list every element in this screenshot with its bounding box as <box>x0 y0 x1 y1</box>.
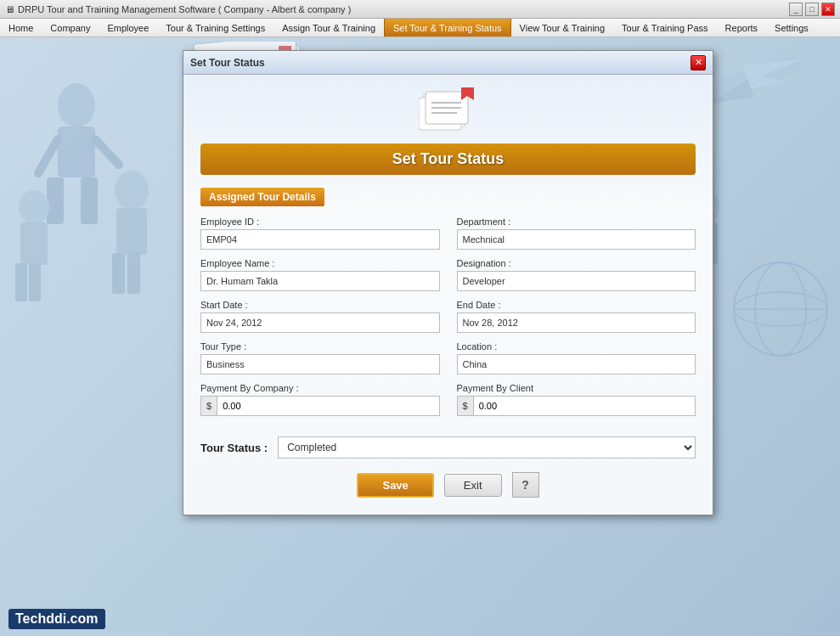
minimize-button[interactable]: _ <box>789 3 803 16</box>
payment-client-input-wrap: $ <box>457 396 696 416</box>
department-label: Department : <box>457 217 696 227</box>
employee-name-group: Employee Name : <box>200 258 440 291</box>
svg-rect-9 <box>29 263 41 301</box>
dialog-banner: Set Tour Status <box>200 144 696 175</box>
svg-rect-13 <box>127 253 140 294</box>
title-bar-left: 🖥 DRPU Tour and Training Management Soft… <box>5 4 351 14</box>
menu-home[interactable]: Home <box>0 19 42 37</box>
menu-settings[interactable]: Settings <box>766 19 817 37</box>
dialog-close-button[interactable]: ✕ <box>691 55 706 70</box>
app-title: DRPU Tour and Training Management Softwa… <box>18 4 351 14</box>
svg-point-0 <box>58 83 95 127</box>
app-icon: 🖥 <box>5 4 14 14</box>
tour-type-label: Tour Type : <box>200 341 440 352</box>
bg-figure-left <box>0 54 178 377</box>
dialog-titlebar: Set Tour Status ✕ <box>183 51 713 75</box>
menu-assign-tour-training[interactable]: Assign Tour & Training <box>273 19 384 37</box>
exit-button[interactable]: Exit <box>444 474 502 497</box>
payment-company-label: Payment By Company : <box>200 383 440 393</box>
tour-type-input[interactable] <box>200 354 440 374</box>
menu-view-tour-training[interactable]: View Tour & Training <box>511 19 613 37</box>
form-grid: Employee ID : Department : Employee Name… <box>200 217 696 425</box>
dialog-icon-area <box>200 87 696 137</box>
svg-line-5 <box>95 139 119 165</box>
menu-bar: Home Company Employee Tour & Training Se… <box>0 19 840 37</box>
menu-tour-training-pass[interactable]: Tour & Training Pass <box>613 19 717 37</box>
payment-client-label: Payment By Client <box>457 383 696 393</box>
section-header: Assigned Tour Details <box>200 188 324 206</box>
designation-input[interactable] <box>457 271 696 291</box>
svg-rect-1 <box>58 127 95 177</box>
svg-rect-11 <box>116 208 147 255</box>
payment-company-input[interactable] <box>217 401 438 411</box>
title-bar-controls: _ □ ✕ <box>789 3 835 16</box>
payment-company-group: Payment By Company : $ <box>200 383 440 416</box>
location-group: Location : <box>457 341 696 374</box>
background-area: Set Tour Status ✕ Set Tour Status <box>0 37 840 636</box>
department-group: Department : <box>457 217 696 250</box>
buttons-row: Save Exit ? <box>200 472 696 498</box>
menu-company[interactable]: Company <box>42 19 99 37</box>
svg-rect-3 <box>81 177 98 224</box>
tour-type-group: Tour Type : <box>200 341 440 374</box>
svg-point-6 <box>19 190 49 224</box>
payment-client-dollar: $ <box>458 397 474 415</box>
payment-client-input[interactable] <box>474 401 695 411</box>
tour-status-row: Tour Status : Completed Pending In Progr… <box>200 436 696 459</box>
start-date-input[interactable] <box>200 312 440 333</box>
payment-client-group: Payment By Client $ <box>457 383 696 416</box>
tour-status-label: Tour Status : <box>200 442 268 454</box>
menu-tour-training-settings[interactable]: Tour & Training Settings <box>157 19 273 37</box>
location-label: Location : <box>457 341 696 352</box>
payment-company-dollar: $ <box>201 397 217 415</box>
svg-rect-8 <box>15 263 27 301</box>
svg-point-10 <box>115 171 149 210</box>
end-date-label: End Date : <box>457 300 696 310</box>
dialog-set-tour-status: Set Tour Status ✕ Set Tour Status <box>183 50 713 515</box>
tour-status-select[interactable]: Completed Pending In Progress Cancelled <box>278 436 696 459</box>
menu-set-tour-training-status[interactable]: Set Tour & Training Status <box>384 19 511 37</box>
help-button[interactable]: ? <box>512 472 539 498</box>
title-bar: 🖥 DRPU Tour and Training Management Soft… <box>0 0 840 19</box>
start-date-label: Start Date : <box>200 300 440 310</box>
department-input[interactable] <box>457 229 696 250</box>
designation-label: Designation : <box>457 258 696 268</box>
location-input[interactable] <box>457 354 696 374</box>
start-date-group: Start Date : <box>200 300 440 333</box>
employee-id-group: Employee ID : <box>200 217 440 250</box>
close-app-button[interactable]: ✕ <box>821 3 835 16</box>
dialog-content: Set Tour Status Assigned Tour Details Em… <box>183 75 713 515</box>
employee-name-label: Employee Name : <box>200 258 440 268</box>
svg-rect-12 <box>112 253 125 294</box>
end-date-input[interactable] <box>457 312 696 333</box>
payment-company-input-wrap: $ <box>200 396 440 416</box>
save-button[interactable]: Save <box>357 473 433 498</box>
employee-id-input[interactable] <box>200 229 440 250</box>
menu-employee[interactable]: Employee <box>99 19 157 37</box>
svg-rect-2 <box>47 177 64 224</box>
svg-line-4 <box>38 139 58 173</box>
menu-reports[interactable]: Reports <box>717 19 767 37</box>
watermark: Techddi.com <box>8 609 105 629</box>
employee-id-label: Employee ID : <box>200 217 440 227</box>
end-date-group: End Date : <box>457 300 696 333</box>
designation-group: Designation : <box>457 258 696 291</box>
employee-name-input[interactable] <box>200 271 440 291</box>
maximize-button[interactable]: □ <box>805 3 819 16</box>
dialog-title: Set Tour Status <box>190 57 265 69</box>
svg-rect-7 <box>20 222 48 265</box>
